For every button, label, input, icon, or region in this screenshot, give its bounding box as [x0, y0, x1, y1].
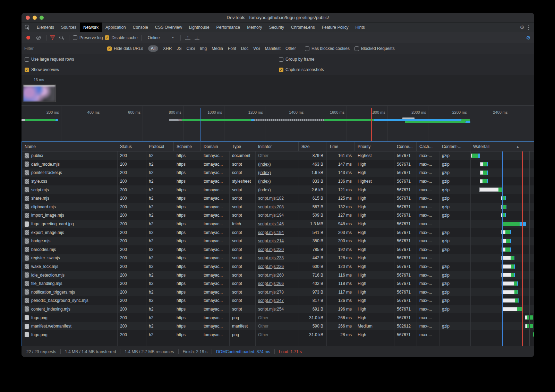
preserve-log-checkbox[interactable]	[73, 35, 77, 40]
capture-screenshots-checkbox[interactable]	[279, 68, 283, 72]
table-row[interactable]: style.css200h2httpstomayac...stylesheet(…	[22, 177, 534, 186]
group-by-frame-option[interactable]: Group by frame	[276, 57, 534, 62]
initiator-link[interactable]: script.mjs:194	[258, 213, 284, 218]
tab-elements[interactable]: Elements	[33, 23, 58, 32]
type-filter-font[interactable]: Font	[228, 46, 236, 51]
hide-data-urls-checkbox[interactable]	[107, 46, 112, 51]
tab-console[interactable]: Console	[129, 23, 152, 32]
column-header-name[interactable]: Name	[22, 142, 117, 151]
filter-input[interactable]	[24, 46, 102, 51]
tab-lighthouse[interactable]: Lighthouse	[186, 23, 213, 32]
column-header-waterfall[interactable]: Waterfall▲	[470, 142, 534, 151]
tab-security[interactable]: Security	[266, 23, 288, 32]
table-row[interactable]: script.mjs200h2httpstomayac...script(ind…	[22, 185, 534, 194]
table-row[interactable]: dark_mode.mjs200h2httpstomayac...script(…	[22, 160, 534, 169]
tab-network[interactable]: Network	[80, 23, 102, 32]
hide-data-urls-option[interactable]: Hide data URLs	[107, 46, 143, 51]
column-header-domain[interactable]: Domain	[201, 142, 229, 151]
initiator-link[interactable]: script.mjs:146	[258, 221, 284, 226]
initiator-link[interactable]: script.mjs:220	[258, 247, 284, 252]
type-filter-other[interactable]: Other	[285, 46, 296, 51]
initiator-link[interactable]: script.mjs:194	[258, 230, 284, 235]
inspect-element-button[interactable]	[22, 23, 33, 32]
table-row[interactable]: clipboard.mjs200h2httpstomayac...scripts…	[22, 203, 534, 211]
type-filter-xhr[interactable]: XHR	[163, 46, 172, 51]
blocked-requests-checkbox[interactable]	[355, 46, 359, 51]
tab-performance[interactable]: Performance	[213, 23, 244, 32]
table-row[interactable]: barcodes.mjs200h2httpstomayac...scriptsc…	[22, 245, 534, 254]
show-overview-option[interactable]: Show overview	[22, 67, 276, 72]
table-row[interactable]: manifest.webmanifest200h2httpstomayac...…	[22, 322, 534, 331]
column-header-cach[interactable]: Cach...	[417, 142, 439, 151]
screenshot-thumbnail[interactable]	[23, 85, 56, 102]
column-header-size[interactable]: Size	[299, 142, 326, 151]
type-filter-all[interactable]: All	[148, 45, 158, 52]
table-row[interactable]: fugu_greeting_card.jpg200h2httpstomayac.…	[22, 220, 534, 228]
has-blocked-cookies-option[interactable]: Has blocked cookies	[305, 46, 350, 51]
network-overview-timeline[interactable]: 200 ms400 ms600 ms800 ms1000 ms1200 ms14…	[22, 106, 534, 141]
initiator-link[interactable]: (index)	[258, 170, 271, 175]
column-header-protocol[interactable]: Protocol	[146, 142, 174, 151]
column-header-type[interactable]: Type	[229, 142, 255, 151]
column-header-conne[interactable]: Conne...	[394, 142, 417, 151]
type-filter-manifest[interactable]: Manifest	[265, 46, 281, 51]
table-row[interactable]: idle_detection.mjs200h2httpstomayac...sc…	[22, 271, 534, 279]
disable-cache-option[interactable]: Disable cache	[105, 35, 137, 40]
table-row[interactable]: badge.mjs200h2httpstomayac...scriptscrip…	[22, 237, 534, 245]
table-row[interactable]: wake_lock.mjs200h2httpstomayac...scripts…	[22, 262, 534, 271]
column-header-initiator[interactable]: Initiator	[255, 142, 299, 151]
tab-css-overview[interactable]: CSS Overview	[152, 23, 186, 32]
table-row[interactable]: notification_triggers.mjs200h2httpstomay…	[22, 288, 534, 297]
table-row[interactable]: share.mjs200h2httpstomayac...scriptscrip…	[22, 194, 534, 203]
column-header-scheme[interactable]: Scheme	[174, 142, 201, 151]
table-row[interactable]: content_indexing.mjs200h2httpstomayac...…	[22, 305, 534, 314]
initiator-link[interactable]: (index)	[258, 179, 271, 184]
type-filter-ws[interactable]: WS	[253, 46, 260, 51]
initiator-link[interactable]: script.mjs:247	[258, 298, 284, 303]
capture-screenshots-option[interactable]: Capture screenshots	[276, 67, 534, 72]
initiator-link[interactable]: script.mjs:233	[258, 255, 284, 260]
initiator-link[interactable]: (index)	[258, 188, 271, 192]
initiator-link[interactable]: script.mjs:214	[258, 238, 284, 243]
use-large-request-rows-checkbox[interactable]	[25, 57, 29, 62]
tab-chromelens[interactable]: ChromeLens	[288, 23, 318, 32]
tab-sources[interactable]: Sources	[58, 23, 80, 32]
initiator-link[interactable]: script.mjs:260	[258, 273, 284, 278]
preserve-log-option[interactable]: Preserve log	[73, 35, 103, 40]
has-blocked-cookies-checkbox[interactable]	[305, 46, 309, 51]
search-icon[interactable]	[59, 35, 64, 40]
disable-cache-checkbox[interactable]	[105, 35, 109, 40]
initiator-link[interactable]: (index)	[258, 162, 271, 167]
table-row[interactable]: file_handling.mjs200h2httpstomayac...scr…	[22, 279, 534, 288]
more-options-kebab-icon[interactable]	[526, 25, 531, 30]
table-row[interactable]: public/200h2httpstomayac...documentOther…	[22, 151, 534, 160]
network-settings-gear-icon[interactable]: ⚙	[526, 35, 531, 41]
group-by-frame-checkbox[interactable]	[279, 57, 283, 62]
initiator-link[interactable]: script.mjs:254	[258, 307, 284, 312]
record-network-log-button[interactable]	[26, 36, 30, 40]
table-row[interactable]: fugu.png200h2httpstomayac...pngOther31.0…	[22, 330, 534, 339]
tab-hints[interactable]: Hints	[352, 23, 368, 32]
tab-feature-policy[interactable]: Feature Policy	[318, 23, 352, 32]
type-filter-img[interactable]: Img	[200, 46, 207, 51]
initiator-link[interactable]: script.mjs:182	[258, 196, 284, 201]
table-row[interactable]: import_image.mjs200h2httpstomayac...scri…	[22, 211, 534, 220]
blocked-requests-option[interactable]: Blocked Requests	[355, 46, 395, 51]
column-header-status[interactable]: Status	[117, 142, 146, 151]
column-header-priority[interactable]: Priority	[355, 142, 394, 151]
column-header-time[interactable]: Time	[326, 142, 355, 151]
tab-application[interactable]: Application	[102, 23, 129, 32]
initiator-link[interactable]: script.mjs:208	[258, 204, 284, 209]
tab-memory[interactable]: Memory	[244, 23, 265, 32]
type-filter-media[interactable]: Media	[212, 46, 223, 51]
table-row[interactable]: register_sw.mjs200h2httpstomayac...scrip…	[22, 254, 534, 262]
initiator-link[interactable]: script.mjs:226	[258, 264, 284, 269]
table-row[interactable]: pointer-tracker.js200h2httpstomayac...sc…	[22, 168, 534, 177]
throttling-dropdown[interactable]: Online ▼	[145, 35, 177, 40]
initiator-link[interactable]: script.mjs:266	[258, 281, 284, 286]
clear-network-log-icon[interactable]	[36, 36, 41, 40]
filter-icon[interactable]	[50, 35, 55, 40]
type-filter-js[interactable]: JS	[177, 46, 181, 51]
import-har-icon[interactable]: ↑	[185, 35, 190, 40]
type-filter-doc[interactable]: Doc	[241, 46, 248, 51]
